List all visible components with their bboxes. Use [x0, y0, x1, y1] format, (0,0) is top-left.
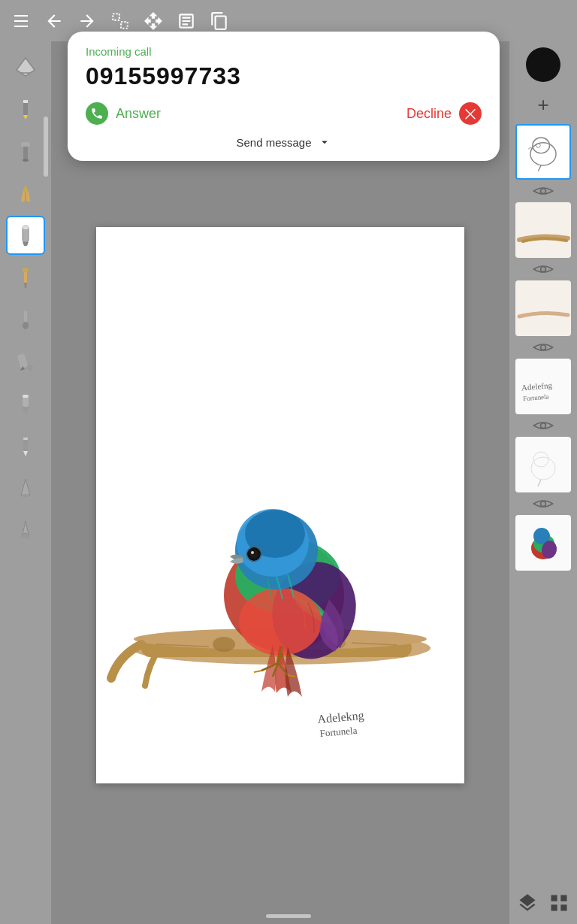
smudge-tool[interactable] — [6, 384, 45, 423]
home-indicator — [266, 914, 311, 918]
layer-5-thumbnail[interactable] — [515, 437, 571, 492]
answer-label: Answer — [116, 106, 161, 122]
svg-point-69 — [541, 267, 546, 272]
layer-4-visibility[interactable] — [532, 341, 554, 354]
svg-point-53 — [249, 550, 258, 559]
svg-point-43 — [213, 637, 235, 652]
svg-marker-21 — [24, 283, 27, 288]
scroll-bar — [44, 117, 48, 177]
select-icon[interactable] — [107, 8, 134, 35]
send-message-row[interactable]: Send message — [86, 135, 482, 149]
move-icon[interactable] — [140, 8, 167, 35]
svg-point-34 — [21, 494, 30, 497]
svg-point-23 — [23, 322, 29, 329]
svg-rect-32 — [23, 438, 28, 440]
svg-marker-33 — [21, 479, 30, 495]
svg-rect-36 — [21, 535, 30, 538]
duplicate-icon[interactable] — [206, 8, 233, 35]
layer-6-thumbnail[interactable] — [515, 515, 571, 571]
wrap-icon[interactable] — [173, 8, 200, 35]
svg-marker-28 — [23, 407, 29, 413]
svg-point-12 — [23, 159, 29, 162]
cone-tool[interactable] — [6, 468, 45, 507]
svg-point-70 — [541, 345, 546, 350]
svg-marker-8 — [23, 115, 28, 120]
svg-rect-20 — [24, 272, 27, 283]
calligraphy-tool[interactable] — [6, 258, 45, 297]
add-layer-button[interactable]: + — [528, 89, 558, 120]
list-icon[interactable] — [8, 8, 35, 35]
pencil2-tool[interactable] — [6, 426, 45, 465]
grid-icon[interactable] — [545, 889, 572, 916]
layer-1-thumbnail[interactable] — [515, 124, 571, 180]
svg-line-67 — [538, 165, 541, 171]
answer-button[interactable]: Answer — [86, 102, 161, 125]
svg-rect-11 — [23, 147, 28, 159]
svg-rect-29 — [23, 395, 29, 398]
send-message-label: Send message — [236, 136, 311, 149]
svg-rect-24 — [17, 353, 28, 368]
canvas-paper[interactable]: Adelekng Fortunela — [96, 227, 464, 783]
svg-marker-17 — [23, 242, 29, 246]
svg-rect-1 — [14, 20, 28, 22]
decline-label: Decline — [406, 106, 452, 122]
color-swatch[interactable] — [526, 47, 560, 82]
svg-point-77 — [541, 501, 546, 507]
fill-tool[interactable] — [6, 342, 45, 381]
svg-point-73 — [541, 423, 546, 429]
left-toolbar — [0, 41, 51, 924]
svg-rect-4 — [121, 22, 128, 29]
svg-marker-35 — [23, 521, 29, 535]
svg-rect-9 — [23, 100, 28, 103]
layer-3-visibility[interactable] — [532, 262, 554, 276]
bird-painting: Adelekng Fortunela — [96, 227, 464, 768]
svg-text:Adelekng: Adelekng — [317, 709, 365, 726]
call-actions: Answer Decline — [86, 102, 482, 125]
svg-rect-18 — [23, 226, 29, 229]
svg-text:Fortunela: Fortunela — [319, 725, 358, 739]
svg-point-26 — [27, 365, 33, 371]
pencil-tool[interactable] — [6, 89, 45, 129]
eraser-tool[interactable] — [6, 47, 45, 86]
svg-point-68 — [541, 189, 546, 194]
bottom-icons — [514, 889, 572, 916]
layer-6-visibility[interactable] — [532, 497, 554, 510]
svg-rect-2 — [14, 26, 28, 27]
svg-point-64 — [530, 143, 556, 165]
call-number: 09155997733 — [86, 62, 482, 90]
incoming-call-card: Incoming call 09155997733 Answer Decline… — [68, 32, 500, 161]
svg-rect-0 — [14, 15, 28, 17]
layer-2-visibility[interactable] — [532, 184, 554, 198]
marker-tool[interactable] — [6, 216, 45, 255]
layer-2-thumbnail[interactable] — [515, 202, 571, 258]
answer-icon — [86, 102, 108, 125]
decline-button[interactable]: Decline — [406, 102, 482, 125]
svg-rect-10 — [21, 142, 30, 147]
forward-icon[interactable] — [74, 8, 101, 35]
back-icon[interactable] — [41, 8, 68, 35]
layers-icon[interactable] — [514, 889, 541, 916]
svg-text:Adelefng: Adelefng — [521, 380, 553, 392]
brush-tool[interactable] — [6, 300, 45, 339]
svg-line-76 — [538, 480, 541, 486]
layer-5-visibility[interactable] — [532, 419, 554, 432]
svg-point-74 — [531, 457, 555, 480]
call-label: Incoming call — [86, 45, 482, 58]
canvas-area: Adelekng Fortunela — [51, 41, 509, 924]
svg-marker-13 — [23, 184, 29, 193]
spike-tool[interactable] — [6, 510, 45, 550]
svg-text:Fortunela: Fortunela — [523, 392, 549, 402]
svg-point-19 — [23, 268, 29, 272]
pen-tool[interactable] — [6, 174, 45, 213]
svg-point-54 — [251, 551, 254, 554]
layer-3-thumbnail[interactable] — [515, 280, 571, 336]
svg-rect-3 — [113, 14, 119, 20]
stamp-tool[interactable] — [6, 132, 45, 171]
svg-marker-31 — [23, 451, 28, 456]
layer-4-thumbnail[interactable]: Adelefng Fortunela — [515, 359, 571, 414]
svg-line-60 — [254, 671, 261, 672]
decline-icon — [459, 102, 482, 125]
right-panel: + — [509, 41, 577, 924]
